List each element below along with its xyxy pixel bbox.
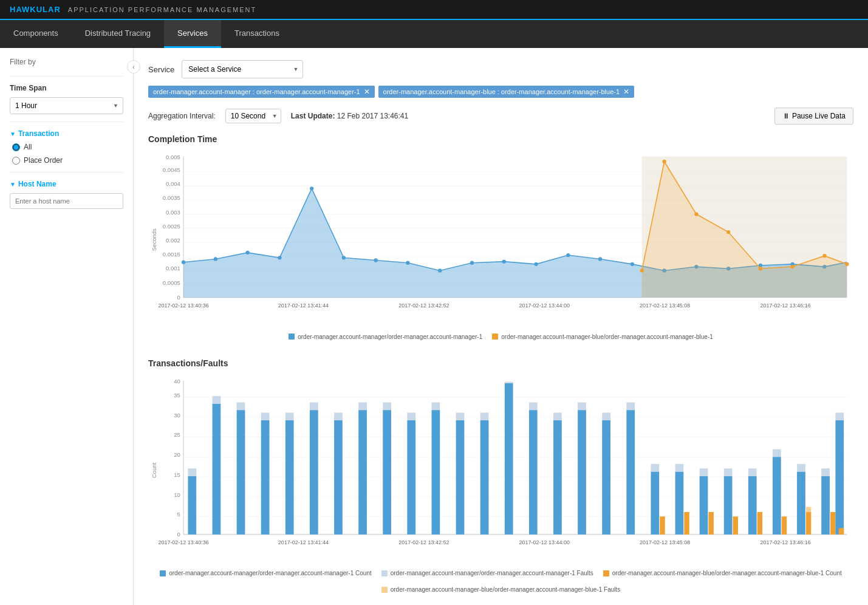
bar: [684, 511, 689, 534]
app-logo: HAWKULAR: [10, 5, 61, 14]
completion-time-legend: order-manager.account-manager/order-mana…: [148, 333, 853, 340]
svg-text:2017-02-12 13:45:08: 2017-02-12 13:45:08: [640, 302, 690, 309]
bar: [700, 468, 708, 476]
last-update: Last Update: 12 Feb 2017 13:46:41: [291, 112, 408, 120]
legend-item-0: order-manager.account-manager/order-mana…: [289, 333, 482, 340]
svg-point-29: [310, 186, 313, 190]
tags-row: order-manager.account-manager : order-ma…: [148, 86, 853, 98]
svg-text:0.0015: 0.0015: [163, 251, 180, 258]
legend-label-1: order-manager.account-manager-blue/order…: [501, 333, 713, 340]
svg-text:0.0025: 0.0025: [163, 223, 180, 230]
bar: [358, 410, 367, 535]
pause-icon: ⏸: [782, 112, 790, 120]
bar: [432, 402, 440, 410]
svg-point-28: [278, 256, 281, 259]
nav-transactions[interactable]: Transactions: [221, 20, 293, 48]
svg-text:0.0035: 0.0035: [163, 194, 180, 201]
svg-text:2017-02-12 13:42:52: 2017-02-12 13:42:52: [398, 302, 449, 309]
bar: [213, 403, 221, 534]
legend-dot-1: [492, 333, 498, 340]
transaction-section-header[interactable]: ▼ Transaction: [10, 129, 123, 138]
svg-point-54: [845, 262, 849, 266]
tag-1-close[interactable]: ✕: [623, 88, 629, 95]
svg-point-37: [566, 253, 570, 257]
bar: [806, 511, 811, 534]
service-select[interactable]: Select a Service: [182, 60, 303, 78]
tag-1: order-manager.account-manager-blue : ord…: [378, 86, 635, 98]
txfaults-section: Transactions/Faults Count 0 5 10 15 20 2…: [148, 358, 853, 593]
nav-components[interactable]: Components: [0, 20, 72, 48]
txfaults-legend-label-0: order-manager.account-manager/order-mana…: [169, 570, 372, 576]
nav-distributed-tracing[interactable]: Distributed Tracing: [72, 20, 164, 48]
svg-point-31: [374, 258, 378, 262]
svg-text:0.005: 0.005: [166, 154, 180, 160]
bar: [505, 383, 513, 534]
transaction-all-radio[interactable]: [12, 143, 20, 151]
bar: [358, 402, 367, 410]
svg-point-32: [406, 261, 409, 265]
txfaults-legend-dot-1: [381, 570, 388, 576]
bar: [383, 410, 391, 535]
transaction-all[interactable]: All: [12, 143, 123, 151]
txfaults-svg: Count 0 5 10 15 20 25 30 35 40: [148, 374, 853, 567]
bar: [806, 507, 811, 511]
sidebar-toggle[interactable]: ‹: [127, 60, 140, 73]
bar: [285, 420, 294, 535]
host-name-section-header[interactable]: ▼ Host Name: [10, 180, 123, 188]
bar: [383, 402, 391, 410]
svg-point-47: [640, 268, 644, 272]
svg-point-33: [438, 268, 442, 272]
svg-point-35: [502, 259, 506, 263]
bar: [456, 412, 465, 420]
svg-text:25: 25: [174, 431, 180, 438]
bar: [626, 402, 635, 410]
bar: [407, 412, 415, 420]
transaction-place-order-radio[interactable]: [12, 157, 20, 165]
txfaults-legend-dot-0: [160, 570, 166, 576]
txfaults-chart: Count 0 5 10 15 20 25 30 35 40: [148, 374, 853, 593]
bar: [733, 516, 738, 535]
transaction-place-order-label: Place Order: [24, 156, 63, 165]
transaction-section-label: Transaction: [18, 129, 59, 138]
bar: [675, 471, 684, 534]
bar: [310, 402, 318, 410]
service-select-wrapper: Select a Service: [182, 60, 303, 78]
bar: [675, 463, 684, 471]
host-name-input[interactable]: [10, 193, 123, 209]
transaction-place-order[interactable]: Place Order: [12, 156, 123, 165]
bar: [213, 395, 221, 403]
pause-btn[interactable]: ⏸ Pause Live Data: [774, 108, 853, 125]
svg-point-39: [630, 262, 634, 266]
pause-btn-label: Pause Live Data: [792, 112, 846, 120]
svg-point-25: [182, 261, 185, 264]
completion-time-svg: Seconds 0 0.0005 0.001 0.0015 0.002 0.00…: [148, 150, 853, 330]
bar: [188, 468, 196, 476]
bar: [285, 412, 294, 420]
svg-text:35: 35: [174, 392, 180, 398]
svg-text:2017-02-12 13:44:00: 2017-02-12 13:44:00: [519, 539, 570, 545]
nav-services[interactable]: Services: [164, 20, 221, 48]
tag-0: order-manager.account-manager : order-ma…: [148, 86, 375, 98]
bar: [456, 420, 465, 535]
app-subtitle: APPLICATION PERFORMANCE MANAGEMENT: [68, 6, 256, 13]
completion-time-title: Completion Time: [148, 134, 853, 144]
bar: [748, 468, 757, 476]
bar: [553, 420, 562, 535]
svg-point-53: [822, 254, 826, 258]
bar: [407, 420, 415, 535]
tag-0-close[interactable]: ✕: [364, 88, 370, 95]
bar: [724, 468, 733, 476]
bar: [188, 476, 196, 534]
svg-text:2017-02-12 13:46:16: 2017-02-12 13:46:16: [760, 539, 810, 545]
bar: [660, 516, 665, 535]
host-name-chevron-icon: ▼: [10, 181, 16, 188]
txfaults-legend-item-2: order-manager.account-manager-blue/order…: [603, 570, 842, 576]
legend-item-1: order-manager.account-manager-blue/order…: [492, 333, 713, 340]
txfaults-legend-item-1: order-manager.account-manager/order-mana…: [381, 570, 593, 576]
svg-text:0.003: 0.003: [166, 209, 180, 216]
svg-text:10: 10: [174, 491, 180, 497]
svg-text:2017-02-12 13:45:08: 2017-02-12 13:45:08: [640, 539, 690, 545]
aggregation-select[interactable]: 5 Second 10 Second 30 Second 1 Minute: [225, 109, 281, 123]
time-span-select[interactable]: 1 Hour 6 Hours 12 Hours 1 Day 7 Days: [10, 97, 123, 114]
txfaults-legend-label-3: order-manager.account-manager-blue/order…: [391, 586, 621, 593]
